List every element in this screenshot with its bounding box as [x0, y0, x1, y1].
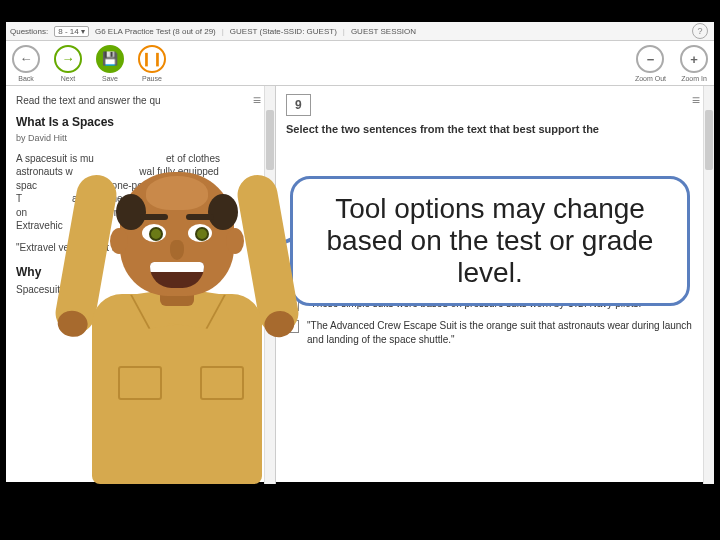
zoom-in-button[interactable]: + Zoom In [680, 45, 708, 82]
passage-menu-icon[interactable]: ≡ [253, 92, 261, 108]
question-menu-icon[interactable]: ≡ [692, 92, 700, 108]
passage-instruction: Read the text and answer the qu [16, 94, 265, 108]
next-icon: → [54, 45, 82, 73]
next-button[interactable]: → Next [54, 45, 82, 82]
question-scrollbar[interactable] [703, 86, 714, 484]
passage-byline: by David Hitt [16, 132, 265, 144]
test-title: G6 ELA Practice Test (8 out of 29) [95, 27, 216, 36]
zoom-out-icon: − [636, 45, 664, 73]
callout-text: Tool options may change based on the tes… [309, 193, 671, 290]
questions-dropdown[interactable]: 8 - 14 ▾ [54, 26, 89, 37]
zoom-out-button[interactable]: − Zoom Out [635, 45, 666, 82]
pause-button[interactable]: ❙❙ Pause [138, 45, 166, 82]
pause-icon: ❙❙ [138, 45, 166, 73]
toolbar: ← Back → Next 💾 Save ❙❙ Pause − Zoom Out [6, 41, 714, 86]
save-icon: 💾 [96, 45, 124, 73]
narrator-character [72, 154, 282, 484]
back-button[interactable]: ← Back [12, 45, 40, 82]
passage-title: What Is a Spaces [16, 114, 265, 130]
save-button[interactable]: 💾 Save [96, 45, 124, 82]
user-label: GUEST (State-SSID: GUEST) [230, 27, 337, 36]
question-number: 9 [286, 94, 311, 116]
questions-label: Questions: [10, 27, 48, 36]
header-bar: Questions: 8 - 14 ▾ G6 ELA Practice Test… [6, 22, 714, 41]
back-icon: ← [12, 45, 40, 73]
option-d[interactable]: "The Advanced Crew Escape Suit is the or… [286, 319, 704, 346]
help-icon[interactable]: ? [692, 23, 708, 39]
speech-callout: Tool options may change based on the tes… [290, 176, 690, 306]
zoom-in-icon: + [680, 45, 708, 73]
session-label: GUEST SESSION [351, 27, 416, 36]
question-prompt: Select the two sentences from the text t… [286, 122, 704, 137]
